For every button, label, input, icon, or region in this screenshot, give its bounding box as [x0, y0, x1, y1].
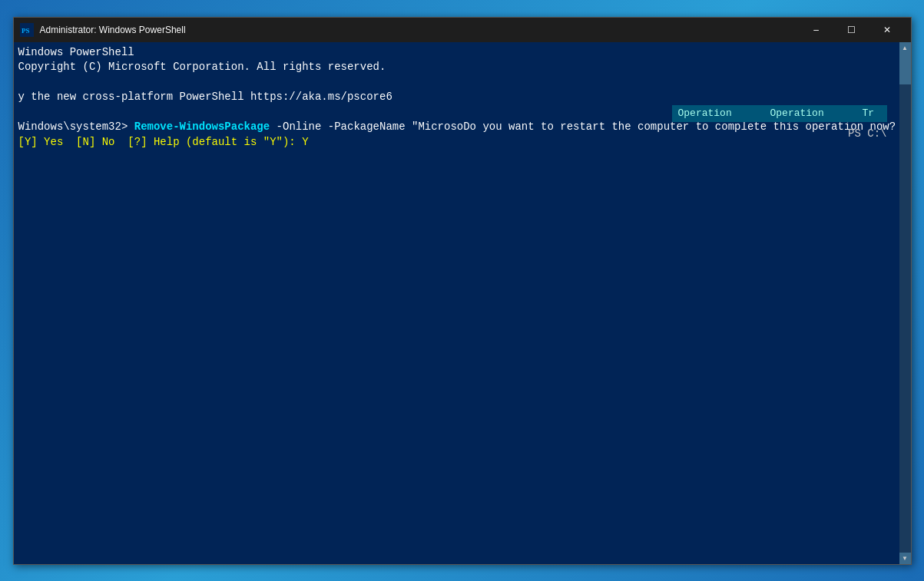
- terminal-body: Windows PowerShell Copyright (C) Microso…: [14, 42, 911, 564]
- scroll-up-button[interactable]: ▲: [899, 42, 911, 54]
- terminal-line-2: Copyright (C) Microsoft Corporation. All…: [18, 60, 895, 75]
- window-controls: – ☐ ✕: [799, 18, 905, 42]
- terminal-content[interactable]: Windows PowerShell Copyright (C) Microso…: [14, 42, 899, 564]
- close-button[interactable]: ✕: [869, 18, 905, 42]
- powershell-icon: PS: [20, 23, 34, 37]
- scroll-down-button[interactable]: ▼: [899, 553, 911, 564]
- scrollbar-thumb[interactable]: [899, 54, 911, 84]
- svg-text:PS: PS: [22, 27, 30, 35]
- window-title: Administrator: Windows PowerShell: [40, 25, 799, 35]
- prompt-text: Windows\system32>: [18, 120, 134, 133]
- ps-prompt-text: PS C:\: [848, 127, 886, 140]
- command-name: Remove-WindowsPackage: [134, 120, 270, 133]
- terminal-line-3: [18, 75, 895, 91]
- minimize-button[interactable]: –: [799, 18, 834, 42]
- operation-box-1: Operation: [672, 105, 764, 122]
- terminal-yn-line: [Y] Yes [N] No [?] Help (default is "Y")…: [18, 135, 895, 150]
- title-bar: PS Administrator: Windows PowerShell – ☐…: [14, 18, 911, 42]
- operation-box-3: Tr: [856, 105, 887, 122]
- operation-box-2: Operation: [764, 105, 856, 122]
- terminal-line-1: Windows PowerShell: [18, 45, 895, 61]
- maximize-button[interactable]: ☐: [834, 18, 869, 42]
- terminal-line-4: y the new cross-platform PowerShell http…: [18, 90, 895, 105]
- command-args: -Online -PackageName "Microso: [270, 120, 463, 133]
- scrollbar-track[interactable]: [899, 54, 911, 553]
- yn-options: [Y] Yes [N] No [?] Help (default is "Y")…: [18, 136, 309, 148]
- powershell-window: PS Administrator: Windows PowerShell – ☐…: [13, 17, 912, 565]
- operation-overlay: Operation Operation Tr: [672, 105, 887, 122]
- ps-prompt-line: PS C:\: [848, 127, 886, 142]
- vertical-scrollbar[interactable]: ▲ ▼: [899, 42, 911, 564]
- restart-question: Do you want to restart the computer to c…: [463, 120, 896, 133]
- terminal-command-line: Windows\system32> Remove-WindowsPackage …: [18, 120, 895, 135]
